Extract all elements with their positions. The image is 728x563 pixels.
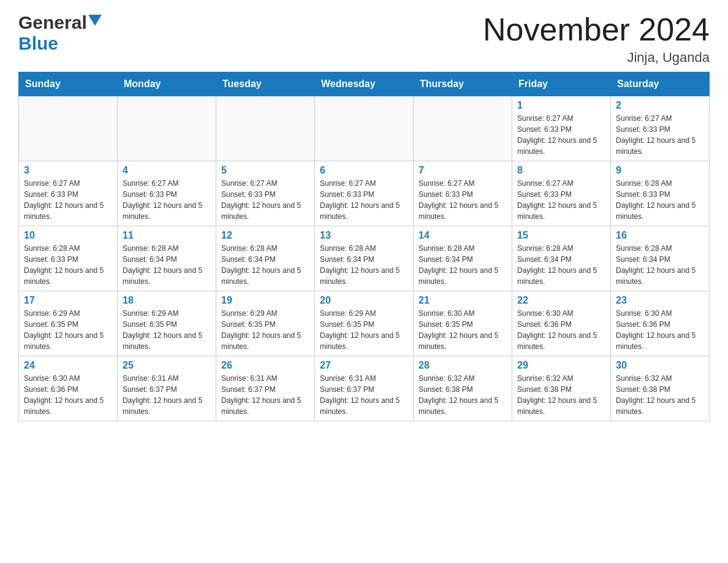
day-number: 19 — [221, 295, 309, 306]
day-info: Sunrise: 6:30 AMSunset: 6:35 PMDaylight:… — [419, 308, 507, 352]
calendar-cell: 23Sunrise: 6:30 AMSunset: 6:36 PMDayligh… — [611, 291, 710, 356]
logo-arrow-icon — [88, 15, 102, 31]
calendar-cell: 11Sunrise: 6:28 AMSunset: 6:34 PMDayligh… — [118, 226, 216, 291]
calendar-table: SundayMondayTuesdayWednesdayThursdayFrid… — [18, 72, 710, 421]
calendar-week-row: 17Sunrise: 6:29 AMSunset: 6:35 PMDayligh… — [19, 291, 710, 356]
calendar-cell: 30Sunrise: 6:32 AMSunset: 6:38 PMDayligh… — [611, 356, 710, 421]
day-info: Sunrise: 6:28 AMSunset: 6:34 PMDaylight:… — [419, 243, 507, 287]
calendar-cell: 7Sunrise: 6:27 AMSunset: 6:33 PMDaylight… — [414, 161, 512, 226]
day-number: 5 — [221, 165, 309, 176]
day-info: Sunrise: 6:28 AMSunset: 6:34 PMDaylight:… — [123, 243, 211, 287]
day-info: Sunrise: 6:27 AMSunset: 6:33 PMDaylight:… — [517, 178, 605, 222]
calendar-week-row: 10Sunrise: 6:28 AMSunset: 6:33 PMDayligh… — [19, 226, 710, 291]
calendar-cell: 14Sunrise: 6:28 AMSunset: 6:34 PMDayligh… — [414, 226, 512, 291]
day-info: Sunrise: 6:30 AMSunset: 6:36 PMDaylight:… — [616, 308, 704, 352]
calendar-week-row: 3Sunrise: 6:27 AMSunset: 6:33 PMDaylight… — [19, 161, 710, 226]
calendar-cell: 13Sunrise: 6:28 AMSunset: 6:34 PMDayligh… — [315, 226, 414, 291]
svg-marker-0 — [88, 15, 102, 26]
day-number: 20 — [320, 295, 408, 306]
calendar-header-row: SundayMondayTuesdayWednesdayThursdayFrid… — [19, 72, 710, 96]
day-info: Sunrise: 6:29 AMSunset: 6:35 PMDaylight:… — [123, 308, 211, 352]
calendar-cell: 16Sunrise: 6:28 AMSunset: 6:34 PMDayligh… — [611, 226, 710, 291]
calendar-week-row: 24Sunrise: 6:30 AMSunset: 6:36 PMDayligh… — [19, 356, 710, 421]
day-info: Sunrise: 6:27 AMSunset: 6:33 PMDaylight:… — [616, 113, 704, 157]
day-info: Sunrise: 6:27 AMSunset: 6:33 PMDaylight:… — [320, 178, 408, 222]
calendar-week-row: 1Sunrise: 6:27 AMSunset: 6:33 PMDaylight… — [19, 96, 710, 161]
day-info: Sunrise: 6:28 AMSunset: 6:34 PMDaylight:… — [221, 243, 309, 287]
day-number: 28 — [419, 360, 507, 371]
day-info: Sunrise: 6:27 AMSunset: 6:33 PMDaylight:… — [24, 178, 112, 222]
calendar-cell: 15Sunrise: 6:28 AMSunset: 6:34 PMDayligh… — [512, 226, 611, 291]
day-number: 24 — [24, 360, 112, 371]
calendar-day-header: Monday — [118, 72, 216, 96]
day-number: 22 — [517, 295, 605, 306]
day-number: 30 — [616, 360, 704, 371]
calendar-cell — [19, 96, 118, 161]
day-number: 16 — [616, 230, 704, 241]
calendar-cell: 6Sunrise: 6:27 AMSunset: 6:33 PMDaylight… — [315, 161, 414, 226]
day-number: 11 — [123, 230, 211, 241]
day-number: 21 — [419, 295, 507, 306]
day-info: Sunrise: 6:28 AMSunset: 6:34 PMDaylight:… — [517, 243, 605, 287]
calendar-cell: 27Sunrise: 6:31 AMSunset: 6:37 PMDayligh… — [315, 356, 414, 421]
day-number: 12 — [221, 230, 309, 241]
day-info: Sunrise: 6:28 AMSunset: 6:34 PMDaylight:… — [320, 243, 408, 287]
day-number: 3 — [24, 165, 112, 176]
calendar-day-header: Thursday — [414, 72, 512, 96]
title-area: November 2024 Jinja, Uganda — [483, 12, 710, 66]
calendar-cell: 10Sunrise: 6:28 AMSunset: 6:33 PMDayligh… — [19, 226, 118, 291]
day-info: Sunrise: 6:29 AMSunset: 6:35 PMDaylight:… — [221, 308, 309, 352]
day-info: Sunrise: 6:30 AMSunset: 6:36 PMDaylight:… — [517, 308, 605, 352]
day-number: 6 — [320, 165, 408, 176]
day-number: 9 — [616, 165, 704, 176]
day-number: 4 — [123, 165, 211, 176]
calendar-cell: 24Sunrise: 6:30 AMSunset: 6:36 PMDayligh… — [19, 356, 118, 421]
calendar-cell — [414, 96, 512, 161]
day-info: Sunrise: 6:28 AMSunset: 6:33 PMDaylight:… — [616, 178, 704, 222]
logo: General Blue — [18, 12, 102, 54]
day-info: Sunrise: 6:32 AMSunset: 6:38 PMDaylight:… — [616, 373, 704, 417]
day-info: Sunrise: 6:27 AMSunset: 6:33 PMDaylight:… — [517, 113, 605, 157]
calendar-day-header: Tuesday — [216, 72, 315, 96]
day-info: Sunrise: 6:27 AMSunset: 6:33 PMDaylight:… — [419, 178, 507, 222]
day-number: 8 — [517, 165, 605, 176]
calendar-cell — [315, 96, 414, 161]
day-info: Sunrise: 6:31 AMSunset: 6:37 PMDaylight:… — [320, 373, 408, 417]
day-number: 7 — [419, 165, 507, 176]
calendar-cell: 26Sunrise: 6:31 AMSunset: 6:37 PMDayligh… — [216, 356, 315, 421]
day-number: 23 — [616, 295, 704, 306]
day-number: 25 — [123, 360, 211, 371]
calendar-cell: 8Sunrise: 6:27 AMSunset: 6:33 PMDaylight… — [512, 161, 611, 226]
calendar-cell — [216, 96, 315, 161]
day-info: Sunrise: 6:32 AMSunset: 6:38 PMDaylight:… — [419, 373, 507, 417]
day-info: Sunrise: 6:29 AMSunset: 6:35 PMDaylight:… — [24, 308, 112, 352]
calendar-cell: 2Sunrise: 6:27 AMSunset: 6:33 PMDaylight… — [611, 96, 710, 161]
page-header: General Blue November 2024 Jinja, Uganda — [18, 12, 710, 66]
calendar-cell: 17Sunrise: 6:29 AMSunset: 6:35 PMDayligh… — [19, 291, 118, 356]
calendar-cell: 3Sunrise: 6:27 AMSunset: 6:33 PMDaylight… — [19, 161, 118, 226]
day-info: Sunrise: 6:32 AMSunset: 6:38 PMDaylight:… — [517, 373, 605, 417]
day-number: 15 — [517, 230, 605, 241]
logo-general-text: General — [18, 12, 87, 33]
calendar-day-header: Saturday — [611, 72, 710, 96]
calendar-cell: 25Sunrise: 6:31 AMSunset: 6:37 PMDayligh… — [118, 356, 216, 421]
calendar-cell: 12Sunrise: 6:28 AMSunset: 6:34 PMDayligh… — [216, 226, 315, 291]
calendar-cell: 21Sunrise: 6:30 AMSunset: 6:35 PMDayligh… — [414, 291, 512, 356]
day-number: 27 — [320, 360, 408, 371]
day-number: 17 — [24, 295, 112, 306]
day-info: Sunrise: 6:27 AMSunset: 6:33 PMDaylight:… — [123, 178, 211, 222]
calendar-cell: 5Sunrise: 6:27 AMSunset: 6:33 PMDaylight… — [216, 161, 315, 226]
day-number: 10 — [24, 230, 112, 241]
day-info: Sunrise: 6:31 AMSunset: 6:37 PMDaylight:… — [221, 373, 309, 417]
calendar-cell: 19Sunrise: 6:29 AMSunset: 6:35 PMDayligh… — [216, 291, 315, 356]
location: Jinja, Uganda — [483, 50, 710, 66]
calendar-cell: 4Sunrise: 6:27 AMSunset: 6:33 PMDaylight… — [118, 161, 216, 226]
calendar-cell: 29Sunrise: 6:32 AMSunset: 6:38 PMDayligh… — [512, 356, 611, 421]
calendar-cell: 18Sunrise: 6:29 AMSunset: 6:35 PMDayligh… — [118, 291, 216, 356]
day-number: 2 — [616, 100, 704, 111]
calendar-cell: 20Sunrise: 6:29 AMSunset: 6:35 PMDayligh… — [315, 291, 414, 356]
day-number: 14 — [419, 230, 507, 241]
day-number: 1 — [517, 100, 605, 111]
day-info: Sunrise: 6:27 AMSunset: 6:33 PMDaylight:… — [221, 178, 309, 222]
calendar-cell: 22Sunrise: 6:30 AMSunset: 6:36 PMDayligh… — [512, 291, 611, 356]
